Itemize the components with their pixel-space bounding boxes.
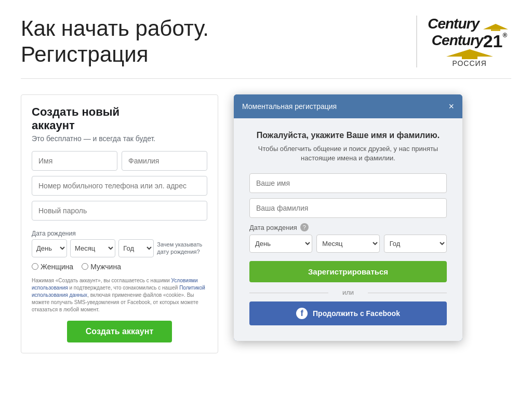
fb-phone-email-input[interactable] [32, 176, 207, 196]
fb-terms-link[interactable]: Условиями использования [32, 278, 198, 291]
facebook-registration-panel: Создать новыйаккаунт Это бесплатно — и в… [21, 94, 218, 353]
fb-dob-hint: Зачем указывать дату рождения? [157, 241, 207, 256]
main-title-block: Как начать работу. Регистрация [21, 16, 209, 68]
vk-year-select[interactable]: Год [384, 235, 447, 253]
vk-first-name-input[interactable] [249, 173, 447, 193]
vk-dob-row: День Месяц Год [249, 235, 447, 253]
fb-name-row [32, 151, 207, 171]
fb-panel-title: Создать новыйаккаунт [32, 105, 207, 132]
fb-dob-row: День Месяц Год Зачем указывать дату рожд… [32, 239, 207, 257]
vk-panel-header: Моментальная регистрация × [234, 94, 462, 118]
logo-brand: Century [432, 32, 483, 49]
vk-dob-question-icon[interactable]: ? [300, 223, 309, 231]
fb-last-name-input[interactable] [122, 151, 207, 171]
logo-house-icon [480, 23, 511, 31]
vk-panel-body: Пожалуйста, укажите Ваше имя и фамилию. … [234, 118, 462, 341]
vk-month-select[interactable]: Месяц [316, 235, 379, 253]
fb-gender-male-label[interactable]: Мужчина [82, 263, 121, 271]
fb-gender-female-radio[interactable] [32, 263, 38, 270]
logo-tm: ® [502, 32, 507, 38]
fb-legal-text: Нажимая «Создать аккаунт», вы соглашаете… [32, 277, 207, 313]
svg-marker-2 [446, 49, 493, 57]
vk-body-title: Пожалуйста, укажите Ваше имя и фамилию. [249, 131, 447, 140]
vk-register-button[interactable]: Зарегистрироваться [249, 261, 447, 282]
content-area: Создать новыйаккаунт Это бесплатно — и в… [0, 79, 532, 369]
logo-russia: РОССИЯ [452, 59, 486, 67]
logo-21: 21 [483, 32, 503, 50]
fb-year-select[interactable]: Год [118, 239, 154, 257]
fb-month-select[interactable]: Месяц [70, 239, 115, 257]
fb-first-name-input[interactable] [32, 151, 117, 171]
vk-close-button[interactable]: × [448, 102, 454, 111]
fb-gender-row: Женщина Мужчина [32, 263, 207, 271]
vk-dob-label: Дата рождения ? [249, 223, 447, 231]
fb-create-account-button[interactable]: Создать аккаунт [67, 321, 172, 342]
page-title-line2: Регистрация [21, 42, 209, 67]
fb-password-input[interactable] [32, 201, 207, 221]
vk-or-divider: или [249, 289, 447, 296]
logo-block: Century Century 21 ® РОССИЯ [416, 16, 511, 67]
vk-day-select[interactable]: День [249, 235, 312, 253]
fb-gender-male-radio[interactable] [82, 263, 88, 270]
vk-header-title: Моментальная регистрация [242, 102, 337, 111]
fb-dob-label: Дата рождения [32, 230, 207, 237]
fb-gender-female-label[interactable]: Женщина [32, 263, 73, 271]
svg-marker-0 [483, 24, 508, 30]
page-header: Как начать работу. Регистрация Century C… [0, 0, 532, 78]
page-title-line1: Как начать работу. [21, 16, 209, 42]
fb-panel-subtitle: Это бесплатно — и всегда так будет. [32, 134, 207, 143]
logo-house-svg [444, 49, 496, 59]
vk-body-subtitle: Чтобы облегчить общение и поиск друзей, … [249, 144, 447, 163]
vk-facebook-button[interactable]: f Продолжить с Facebook [249, 301, 447, 325]
logo-text: Century [428, 16, 511, 32]
vk-last-name-input[interactable] [249, 198, 447, 218]
vk-registration-panel: Моментальная регистрация × Пожалуйста, у… [234, 94, 462, 341]
facebook-icon: f [296, 308, 308, 319]
fb-day-select[interactable]: День [32, 239, 67, 257]
logo-century: Century [428, 16, 479, 32]
